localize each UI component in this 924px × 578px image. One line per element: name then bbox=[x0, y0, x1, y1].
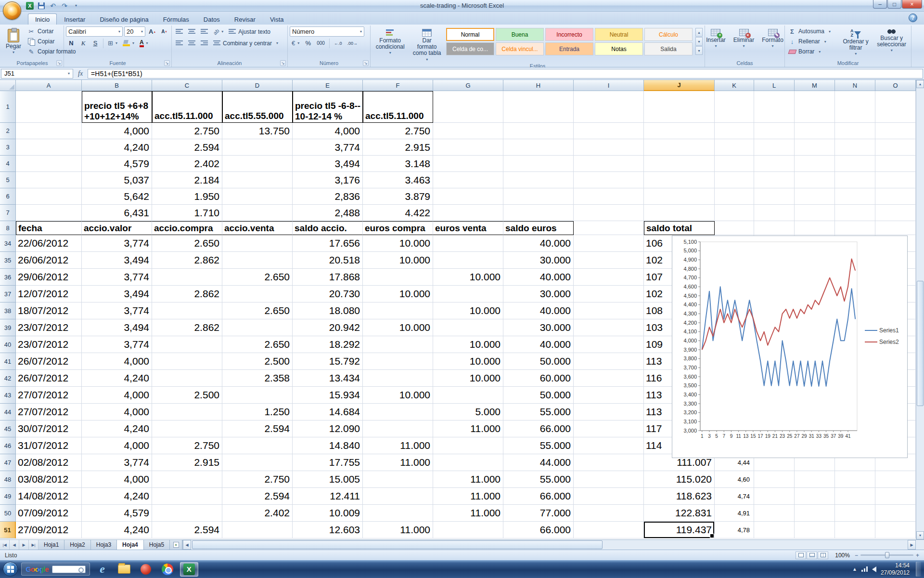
cell-C6[interactable]: 1.950 bbox=[152, 188, 222, 205]
column-header-H[interactable]: H bbox=[503, 80, 574, 91]
cell-I34[interactable] bbox=[574, 235, 644, 252]
cell-D42[interactable]: 2.358 bbox=[222, 370, 293, 387]
cell-G50[interactable]: 11.000 bbox=[433, 505, 503, 522]
first-sheet-button[interactable]: |◀ bbox=[0, 540, 10, 550]
ribbon-tab-datos[interactable]: Datos bbox=[196, 13, 227, 25]
vertical-scrollbar[interactable]: ▴ ▾ bbox=[916, 80, 924, 539]
cell-B4[interactable]: 4,579 bbox=[82, 156, 152, 172]
cell-I48[interactable] bbox=[574, 471, 644, 488]
cell-C35[interactable]: 2.862 bbox=[152, 252, 222, 269]
media-app-button[interactable] bbox=[137, 562, 155, 577]
font-color-button[interactable]: A▾ bbox=[138, 38, 150, 48]
find-select-button[interactable]: Buscar y seleccionar ▾ bbox=[874, 26, 909, 54]
cell-B44[interactable]: 4,000 bbox=[82, 404, 152, 420]
cell-N1[interactable] bbox=[835, 91, 875, 123]
cell-H47[interactable]: 44.000 bbox=[503, 454, 574, 471]
cell-D48[interactable]: 2.750 bbox=[222, 471, 293, 488]
zoom-out-button[interactable]: − bbox=[855, 552, 858, 559]
google-search-gadget[interactable]: Google bbox=[21, 563, 90, 576]
wrap-text-button[interactable]: Ajustar texto bbox=[227, 27, 272, 37]
cell-K7[interactable] bbox=[715, 205, 754, 221]
cell-B51[interactable]: 4,240 bbox=[82, 522, 152, 539]
cell-E48[interactable]: 15.005 bbox=[293, 471, 363, 488]
cell-H5[interactable] bbox=[503, 172, 574, 188]
scroll-left-button[interactable]: ◀ bbox=[183, 540, 191, 550]
fill-color-button[interactable]: ▾ bbox=[121, 38, 136, 48]
last-sheet-button[interactable]: ▶| bbox=[29, 540, 38, 550]
cell-N6[interactable] bbox=[835, 188, 875, 205]
cell-O8[interactable] bbox=[875, 221, 916, 235]
style-neutral[interactable]: Neutral bbox=[595, 28, 643, 41]
cell-E4[interactable]: 3,494 bbox=[293, 156, 363, 172]
cell-L50[interactable] bbox=[754, 505, 795, 522]
cell-E44[interactable]: 14.684 bbox=[293, 404, 363, 420]
cell-E35[interactable]: 20.518 bbox=[293, 252, 363, 269]
cell-F34[interactable]: 10.000 bbox=[363, 235, 433, 252]
cell-N49[interactable] bbox=[835, 488, 875, 505]
cell-G7[interactable] bbox=[433, 205, 503, 221]
cell-N8[interactable] bbox=[835, 221, 875, 235]
page-break-view-button[interactable] bbox=[818, 552, 828, 559]
cell-G1[interactable] bbox=[433, 91, 503, 123]
cell-O2[interactable] bbox=[875, 123, 916, 139]
row-header-45[interactable]: 45 bbox=[0, 420, 16, 437]
cell-L4[interactable] bbox=[754, 156, 795, 172]
cell-F7[interactable]: 4.422 bbox=[363, 205, 433, 221]
cell-I8[interactable] bbox=[574, 221, 644, 235]
cell-B3[interactable]: 4,240 bbox=[82, 139, 152, 156]
delete-cells-button[interactable]: × Eliminar ▾ bbox=[731, 26, 757, 50]
cell-I5[interactable] bbox=[574, 172, 644, 188]
cell-E34[interactable]: 17.656 bbox=[293, 235, 363, 252]
cell-H8[interactable]: saldo euros bbox=[503, 221, 574, 235]
cell-D36[interactable]: 2.650 bbox=[222, 269, 293, 286]
cell-H37[interactable]: 30.000 bbox=[503, 286, 574, 302]
prev-sheet-button[interactable]: ◀ bbox=[10, 540, 19, 550]
cell-J6[interactable] bbox=[644, 188, 715, 205]
cell-M5[interactable] bbox=[795, 172, 835, 188]
cell-E3[interactable]: 3,774 bbox=[293, 139, 363, 156]
cell-B43[interactable]: 4,000 bbox=[82, 387, 152, 404]
cell-A7[interactable] bbox=[16, 205, 82, 221]
row-header-48[interactable]: 48 bbox=[0, 471, 16, 488]
redo-button[interactable]: ↷ bbox=[60, 1, 69, 10]
row-header-35[interactable]: 35 bbox=[0, 252, 16, 269]
cell-H50[interactable]: 77.000 bbox=[503, 505, 574, 522]
cell-I42[interactable] bbox=[574, 370, 644, 387]
cell-D37[interactable] bbox=[222, 286, 293, 302]
cell-F44[interactable] bbox=[363, 404, 433, 420]
cell-K3[interactable] bbox=[715, 139, 754, 156]
insert-worksheet-button[interactable]: + bbox=[170, 540, 182, 550]
scroll-up-button[interactable]: ▴ bbox=[916, 80, 924, 88]
ribbon-tab-insertar[interactable]: Insertar bbox=[57, 13, 92, 25]
cell-D41[interactable]: 2.500 bbox=[222, 353, 293, 370]
scroll-down-button[interactable]: ▾ bbox=[916, 531, 924, 539]
row-header-46[interactable]: 46 bbox=[0, 437, 16, 454]
cell-G5[interactable] bbox=[433, 172, 503, 188]
cell-O1[interactable] bbox=[875, 91, 916, 123]
row-header-37[interactable]: 37 bbox=[0, 286, 16, 302]
column-header-O[interactable]: O bbox=[875, 80, 916, 91]
cell-M6[interactable] bbox=[795, 188, 835, 205]
tray-clock[interactable]: 14:54 27/09/2012 bbox=[881, 562, 910, 577]
cell-E37[interactable]: 20.730 bbox=[293, 286, 363, 302]
maximize-button[interactable]: □ bbox=[887, 0, 901, 9]
cell-H36[interactable]: 40.000 bbox=[503, 269, 574, 286]
cell-B49[interactable]: 4,240 bbox=[82, 488, 152, 505]
cell-I45[interactable] bbox=[574, 420, 644, 437]
start-button[interactable] bbox=[3, 562, 18, 577]
cell-I46[interactable] bbox=[574, 437, 644, 454]
number-dialog-launcher[interactable]: ↘ bbox=[363, 60, 369, 66]
cell-D6[interactable] bbox=[222, 188, 293, 205]
row-header-39[interactable]: 39 bbox=[0, 319, 16, 336]
cell-B1[interactable]: precio tl5 +6+8 +10+12+14% bbox=[82, 91, 152, 123]
cell-K5[interactable] bbox=[715, 172, 754, 188]
cell-E2[interactable]: 4,000 bbox=[293, 123, 363, 139]
format-cells-button[interactable]: ✎ Formato ▾ bbox=[759, 26, 786, 50]
internet-explorer-button[interactable]: e bbox=[93, 562, 112, 577]
sheet-tab-hoja5[interactable]: Hoja5 bbox=[144, 540, 170, 550]
help-button[interactable]: ? bbox=[909, 13, 917, 22]
cell-N5[interactable] bbox=[835, 172, 875, 188]
column-header-I[interactable]: I bbox=[574, 80, 644, 91]
cell-F38[interactable] bbox=[363, 302, 433, 319]
cell-H6[interactable] bbox=[503, 188, 574, 205]
